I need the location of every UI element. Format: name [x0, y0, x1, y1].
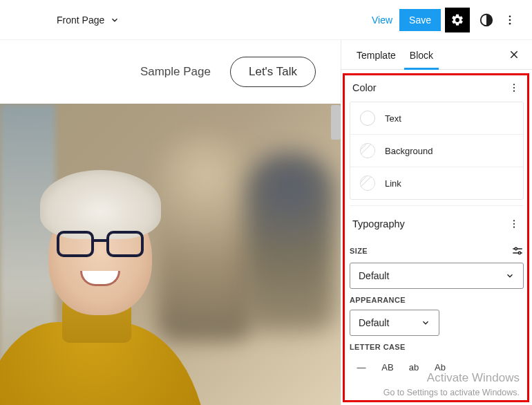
color-options-button[interactable] [507, 81, 521, 95]
color-link-row[interactable]: Link [350, 167, 523, 199]
swatch-icon [360, 176, 375, 191]
settings-sidebar: Template Block Color [341, 40, 532, 405]
save-button[interactable]: Save [399, 9, 441, 31]
page-selector-label: Front Page [57, 15, 104, 26]
hero-image [0, 104, 341, 405]
color-background-label: Background [385, 146, 433, 156]
case-title-button[interactable]: Ab [428, 357, 452, 377]
svg-point-1 [509, 15, 511, 17]
letter-case-label: Letter Case [350, 343, 406, 351]
lets-talk-button[interactable]: Let's Talk [230, 57, 316, 87]
letter-case-group: — AB ab Ab [350, 357, 524, 377]
more-options-button[interactable] [500, 8, 520, 32]
more-vertical-icon [509, 82, 520, 93]
nav-link-sample-page[interactable]: Sample Page [140, 65, 211, 79]
color-text-row[interactable]: Text [350, 102, 523, 134]
svg-point-15 [518, 252, 520, 254]
swatch-icon [360, 111, 375, 126]
svg-point-8 [513, 91, 515, 92]
chevron-down-icon [421, 318, 430, 328]
svg-point-6 [513, 84, 515, 85]
svg-point-2 [509, 19, 511, 21]
size-label: Size [350, 247, 368, 255]
svg-point-11 [513, 227, 515, 228]
case-lower-button[interactable]: ab [402, 357, 426, 377]
view-link[interactable]: View [372, 15, 392, 26]
color-background-row[interactable]: Background [350, 134, 523, 167]
size-select-value: Default [359, 270, 389, 281]
svg-point-14 [515, 247, 517, 249]
swatch-icon [360, 143, 375, 158]
settings-button[interactable] [445, 8, 470, 32]
gear-icon [450, 13, 464, 27]
appearance-label: Appearance [350, 296, 406, 304]
appearance-select-value: Default [359, 317, 389, 328]
close-icon [509, 49, 520, 60]
color-section-title: Color [352, 82, 377, 93]
styles-button[interactable] [474, 8, 499, 32]
case-upper-button[interactable]: AB [376, 357, 399, 377]
svg-point-10 [513, 223, 515, 225]
svg-point-7 [513, 87, 515, 88]
size-select[interactable]: Default [350, 263, 524, 289]
close-sidebar-button[interactable] [504, 41, 524, 68]
scrollbar-thumb[interactable] [331, 105, 341, 140]
size-custom-button[interactable] [511, 245, 524, 257]
chevron-down-icon [505, 271, 515, 281]
appearance-select[interactable]: Default [350, 310, 439, 336]
tab-template[interactable]: Template [350, 40, 403, 69]
svg-point-9 [513, 220, 515, 221]
editor-canvas[interactable]: Sample Page Let's Talk [0, 40, 341, 405]
page-selector-dropdown[interactable]: Front Page [57, 15, 120, 26]
typography-options-button[interactable] [507, 217, 521, 231]
more-vertical-icon [504, 14, 516, 26]
chevron-down-icon [110, 15, 120, 25]
svg-point-3 [509, 22, 511, 24]
sidebar-tabs: Template Block [341, 40, 532, 70]
color-text-label: Text [385, 113, 401, 124]
color-link-label: Link [385, 178, 401, 189]
top-toolbar: Front Page View Save [0, 0, 532, 40]
typography-section-title: Typography [352, 218, 405, 229]
site-header: Sample Page Let's Talk [0, 40, 341, 104]
contrast-icon [479, 12, 494, 28]
tab-block[interactable]: Block [403, 40, 440, 69]
more-vertical-icon [509, 218, 520, 229]
case-none-button[interactable]: — [350, 357, 373, 377]
